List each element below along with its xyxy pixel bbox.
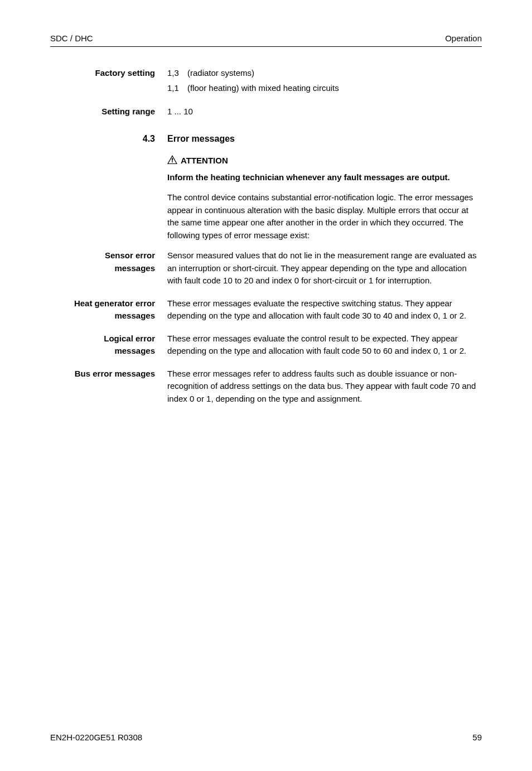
logical-error-label: Logical error messages: [50, 333, 167, 358]
page-footer: EN2H-0220GE51 R0308 59: [50, 733, 482, 742]
setting-range-value: 1 ... 10: [167, 105, 482, 118]
bus-error-row: Bus error messages These error messages …: [50, 368, 482, 406]
factory-setting-key: 1,3: [167, 67, 187, 80]
logical-error-body: These error messages evaluate the contro…: [167, 333, 482, 358]
page-header: SDC / DHC Operation: [50, 33, 482, 43]
footer-left: EN2H-0220GE51 R0308: [50, 733, 142, 742]
factory-setting-val: (floor heating) with mixed heating circu…: [187, 82, 482, 95]
bus-error-body: These error messages refer to address fa…: [167, 368, 482, 406]
logical-error-row: Logical error messages These error messa…: [50, 333, 482, 358]
factory-setting-label: Factory setting: [50, 67, 167, 80]
section-title: Error messages: [167, 134, 482, 144]
header-left: SDC / DHC: [50, 33, 93, 43]
sensor-error-label-line2: messages: [114, 263, 155, 273]
setting-range-label: Setting range: [50, 105, 167, 118]
attention-label: ATTENTION: [181, 156, 228, 165]
logical-error-label-line1: Logical error: [104, 334, 155, 343]
heat-gen-error-row: Heat generator error messages These erro…: [50, 297, 482, 322]
attention-body: The control device contains substantial …: [167, 191, 482, 242]
sensor-error-body: Sensor measured values that do not lie i…: [167, 249, 482, 287]
heat-gen-error-label-line1: Heat generator error: [74, 298, 155, 308]
sensor-error-label: Sensor error messages: [50, 249, 167, 274]
logical-error-label-line2: messages: [114, 346, 155, 355]
setting-range-row: Setting range 1 ... 10: [50, 105, 482, 118]
factory-setting-row: Factory setting 1,3 (radiator systems) 1…: [50, 67, 482, 97]
header-rule: [50, 46, 482, 47]
heat-gen-error-body: These error messages evaluate the respec…: [167, 297, 482, 322]
attention-bold-text: Inform the heating technician whenever a…: [167, 171, 482, 184]
sensor-error-row: Sensor error messages Sensor measured va…: [50, 249, 482, 287]
svg-rect-3: [172, 161, 173, 162]
svg-rect-2: [172, 158, 173, 161]
section-heading: 4.3 Error messages: [50, 134, 482, 144]
factory-setting-item: 1,3 (radiator systems): [167, 67, 482, 80]
header-right: Operation: [445, 33, 482, 43]
heat-gen-error-label-line2: messages: [114, 311, 155, 320]
factory-setting-item: 1,1 (floor heating) with mixed heating c…: [167, 82, 482, 95]
attention-heading-row: ATTENTION: [50, 155, 482, 166]
footer-right: 59: [472, 733, 482, 742]
factory-setting-content: 1,3 (radiator systems) 1,1 (floor heatin…: [167, 67, 482, 97]
sensor-error-label-line1: Sensor error: [105, 250, 155, 260]
factory-setting-val: (radiator systems): [187, 67, 482, 80]
bus-error-label: Bus error messages: [50, 368, 167, 380]
factory-setting-key: 1,1: [167, 82, 187, 95]
attention-heading: ATTENTION: [167, 155, 482, 166]
heat-gen-error-label: Heat generator error messages: [50, 297, 167, 322]
warning-icon: [167, 155, 177, 166]
page: SDC / DHC Operation Factory setting 1,3 …: [0, 0, 532, 771]
section-number: 4.3: [50, 134, 167, 144]
